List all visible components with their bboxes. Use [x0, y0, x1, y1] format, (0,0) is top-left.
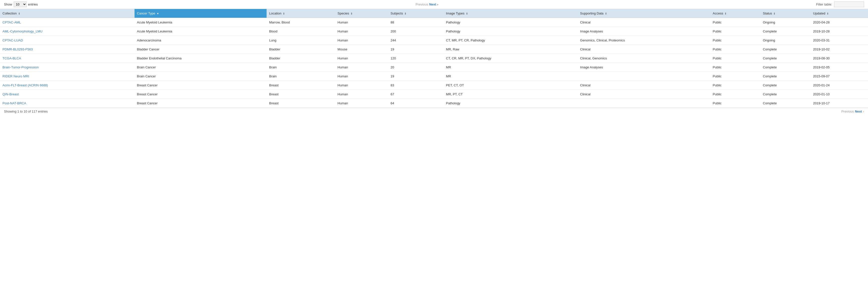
collection-link[interactable]: RIDER Neuro MRI: [2, 74, 29, 78]
show-entries-control: Show 10 25 50 100 entries: [4, 1, 38, 7]
cell-species: Human: [335, 18, 388, 27]
col-species-sort-icon: ⇕: [350, 12, 352, 15]
filter-input[interactable]: [834, 1, 864, 7]
cell-image_types: CT, MR, PT, CR, Pathology: [443, 36, 578, 45]
cell-subjects: 83: [388, 81, 443, 90]
cell-supporting_data: [578, 99, 710, 108]
cell-supporting_data: Clinical, Genomics: [578, 54, 710, 63]
table-row: Post-NAT-BRCABreast CancerBreastHuman64P…: [0, 99, 868, 108]
collection-link[interactable]: CPTAC-LUAD: [2, 38, 23, 42]
cell-subjects: 19: [388, 45, 443, 54]
col-status[interactable]: Status ⇕: [761, 9, 811, 18]
cell-location: Breast: [267, 99, 335, 108]
cell-updated: 2020-03-31: [811, 36, 868, 45]
cell-image_types: MR, Raw: [443, 45, 578, 54]
table-row: QIN-BreastBreast CancerBreastHuman67MR, …: [0, 90, 868, 99]
col-collection-sort-icon: ⇕: [18, 12, 20, 15]
cell-collection[interactable]: CPTAC-LUAD: [0, 36, 134, 45]
pagination-top: Previous Next ›: [415, 2, 438, 6]
col-cancer-type[interactable]: Cancer Type ▼: [134, 9, 267, 18]
cell-collection[interactable]: Post-NAT-BRCA: [0, 99, 134, 108]
cell-status: Complete: [761, 63, 811, 72]
col-updated-sort-icon: ⇕: [827, 12, 829, 15]
table-row: CPTAC-AMLAcute Myeloid LeukemiaMarrow, B…: [0, 18, 868, 27]
entries-select[interactable]: 10 25 50 100: [14, 1, 27, 7]
collection-link[interactable]: AML-Cytomorphology_LMU: [2, 29, 42, 33]
col-species[interactable]: Species ⇕: [335, 9, 388, 18]
cell-supporting_data: Clinical: [578, 18, 710, 27]
cell-collection[interactable]: QIN-Breast: [0, 90, 134, 99]
next-link-bottom[interactable]: Next: [855, 110, 862, 113]
col-access[interactable]: Access ⇕: [710, 9, 761, 18]
cell-cancer_type: Bladder Endothelial Carcinoma: [134, 54, 267, 63]
table-row: AML-Cytomorphology_LMUAcute Myeloid Leuk…: [0, 27, 868, 36]
cell-collection[interactable]: RIDER Neuro MRI: [0, 72, 134, 81]
cell-subjects: 244: [388, 36, 443, 45]
cell-supporting_data: Image Analyses: [578, 27, 710, 36]
cell-cancer_type: Breast Cancer: [134, 90, 267, 99]
cell-status: Complete: [761, 81, 811, 90]
cell-updated: 2019-08-30: [811, 54, 868, 63]
col-subjects[interactable]: Subjects ⇕: [388, 9, 443, 18]
collection-link[interactable]: Post-NAT-BRCA: [2, 101, 26, 105]
cell-species: Human: [335, 81, 388, 90]
cell-cancer_type: Adenocarcinoma: [134, 36, 267, 45]
cell-status: Complete: [761, 27, 811, 36]
cell-collection[interactable]: CPTAC-AML: [0, 18, 134, 27]
collection-link[interactable]: PDMR-BL0293-F563: [2, 48, 33, 51]
cell-collection[interactable]: Acrin-FLT-Breast (ACRIN 6688): [0, 81, 134, 90]
filter-bar: Filter table:: [816, 1, 864, 7]
filter-label: Filter table:: [816, 2, 832, 6]
header-row: Collection ⇕ Cancer Type ▼ Location ⇕ Sp…: [0, 9, 868, 18]
col-image-types-sort-icon: ⇕: [466, 12, 468, 15]
show-label: Show: [4, 2, 12, 6]
cell-supporting_data: Image Analyses: [578, 63, 710, 72]
col-image-types[interactable]: Image Types ⇕: [443, 9, 578, 18]
col-updated[interactable]: Updated ⇕: [811, 9, 868, 18]
cell-collection[interactable]: TCGA-BLCA: [0, 54, 134, 63]
col-image-types-label: Image Types: [446, 11, 464, 15]
next-link-top[interactable]: Next: [429, 2, 436, 6]
cell-cancer_type: Brain Cancer: [134, 63, 267, 72]
cell-location: Bladder: [267, 45, 335, 54]
top-bar: Show 10 25 50 100 entries Previous Next …: [0, 0, 868, 9]
cell-cancer_type: Bladder Cancer: [134, 45, 267, 54]
collection-link[interactable]: CPTAC-AML: [2, 21, 21, 24]
col-supporting-data[interactable]: Supporting Data ⇕: [578, 9, 710, 18]
collection-link[interactable]: QIN-Breast: [2, 92, 19, 96]
cell-image_types: CT, CR, MR, PT, DX, Pathology: [443, 54, 578, 63]
col-collection[interactable]: Collection ⇕: [0, 9, 134, 18]
table-row: TCGA-BLCABladder Endothelial CarcinomaBl…: [0, 54, 868, 63]
cell-status: Complete: [761, 45, 811, 54]
col-cancer-type-label: Cancer Type: [137, 11, 155, 15]
col-collection-label: Collection: [2, 11, 17, 15]
cell-collection[interactable]: AML-Cytomorphology_LMU: [0, 27, 134, 36]
col-location[interactable]: Location ⇕: [267, 9, 335, 18]
cell-image_types: PET, CT, OT: [443, 81, 578, 90]
collection-link[interactable]: Acrin-FLT-Breast (ACRIN 6688): [2, 83, 48, 87]
col-access-label: Access: [713, 11, 723, 15]
cell-image_types: Pathology: [443, 27, 578, 36]
cell-updated: 2019-10-02: [811, 45, 868, 54]
cell-access: Public: [710, 81, 761, 90]
col-supporting-data-sort-icon: ⇕: [605, 12, 607, 15]
cell-updated: 2020-01-24: [811, 81, 868, 90]
data-table: Collection ⇕ Cancer Type ▼ Location ⇕ Sp…: [0, 9, 868, 108]
cell-location: Breast: [267, 81, 335, 90]
cell-location: Brain: [267, 63, 335, 72]
cell-collection[interactable]: PDMR-BL0293-F563: [0, 45, 134, 54]
cell-species: Human: [335, 99, 388, 108]
cell-status: Complete: [761, 90, 811, 99]
cell-updated: 2020-04-28: [811, 18, 868, 27]
col-status-label: Status: [763, 11, 772, 15]
pagination-bottom: Previous Next ›: [841, 110, 864, 113]
collection-link[interactable]: Brain-Tumor-Progression: [2, 65, 39, 69]
cell-species: Human: [335, 72, 388, 81]
cell-collection[interactable]: Brain-Tumor-Progression: [0, 63, 134, 72]
cell-species: Human: [335, 54, 388, 63]
cell-cancer_type: Brain Cancer: [134, 72, 267, 81]
cell-updated: 2019-02-05: [811, 63, 868, 72]
cell-access: Public: [710, 36, 761, 45]
collection-link[interactable]: TCGA-BLCA: [2, 56, 21, 60]
cell-location: Lung: [267, 36, 335, 45]
